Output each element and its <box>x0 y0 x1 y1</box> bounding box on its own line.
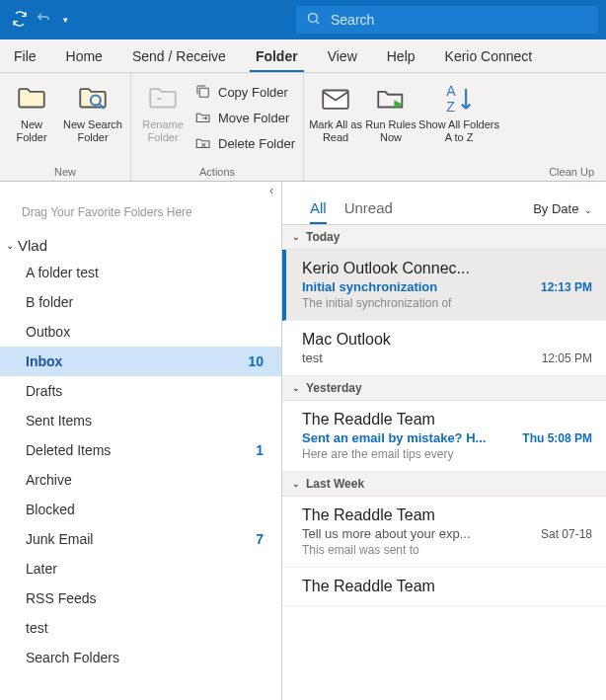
chevron-down-icon: ⌄ <box>292 383 300 393</box>
folder-label: Archive <box>26 472 72 488</box>
copy-folder-button[interactable]: Copy Folder <box>192 81 297 103</box>
message-subject: Tell us more about your exp... <box>302 526 471 541</box>
delete-folder-button[interactable]: Delete Folder <box>192 132 297 154</box>
message-from: The Readdle Team <box>302 506 435 524</box>
ribbon-group-actions: Rename Folder Copy Folder Move Folder De… <box>131 73 304 181</box>
folder-label: Drafts <box>26 383 62 399</box>
sort-az-icon: AZ <box>418 79 499 118</box>
folder-item[interactable]: Later <box>0 554 281 583</box>
folder-item[interactable]: Inbox10 <box>0 347 281 376</box>
sort-by-dropdown[interactable]: By Date ⌄ <box>533 201 592 224</box>
move-folder-icon <box>194 109 212 126</box>
rename-folder-label: Rename Folder <box>142 118 184 143</box>
message-time: 12:13 PM <box>541 280 592 294</box>
sync-icon[interactable] <box>12 11 28 30</box>
show-all-folders-az-button[interactable]: AZ Show All Folders A to Z <box>418 77 499 144</box>
ribbon-group-cleanup: Mark All as Read Run Rules Now AZ Show A… <box>304 73 606 181</box>
tab-file[interactable]: File <box>8 42 42 72</box>
folder-label: Search Folders <box>26 650 119 665</box>
group-today[interactable]: ⌄ Today <box>282 225 606 250</box>
message-preview: This email was sent to <box>302 543 559 557</box>
group-last-week[interactable]: ⌄ Last Week <box>282 472 606 497</box>
message-item[interactable]: Kerio Outlook Connec... Initial synchron… <box>282 250 606 321</box>
message-item[interactable]: Mac Outlook test12:05 PM <box>282 321 606 376</box>
tab-view[interactable]: View <box>322 42 363 72</box>
folder-item[interactable]: Junk Email7 <box>0 524 281 554</box>
group-yesterday[interactable]: ⌄ Yesterday <box>282 376 606 401</box>
mark-all-as-read-button[interactable]: Mark All as Read <box>308 77 363 144</box>
folder-item[interactable]: Sent Items <box>0 406 281 435</box>
folder-label: Junk Email <box>26 531 93 547</box>
folder-count: 10 <box>248 353 264 369</box>
search-input[interactable] <box>331 12 548 28</box>
tab-send-receive[interactable]: Send / Receive <box>126 42 232 72</box>
tab-help[interactable]: Help <box>381 42 421 72</box>
folder-item[interactable]: Archive <box>0 465 281 495</box>
message-from: The Readdle Team <box>302 411 435 428</box>
group-today-label: Today <box>306 230 340 244</box>
message-item[interactable]: The Readdle Team <box>282 568 606 606</box>
show-all-folders-az-label: Show All Folders A to Z <box>418 118 499 143</box>
folder-item[interactable]: Drafts <box>0 376 281 406</box>
tab-kerio[interactable]: Kerio Connect <box>439 42 539 72</box>
folder-list: A folder testB folderOutboxInbox10Drafts… <box>0 258 281 672</box>
copy-folder-label: Copy Folder <box>218 85 288 100</box>
folder-item[interactable]: Search Folders <box>0 643 281 672</box>
move-folder-button[interactable]: Move Folder <box>192 107 297 128</box>
tab-folder[interactable]: Folder <box>250 42 304 72</box>
filter-unread[interactable]: Unread <box>344 199 393 224</box>
run-rules-icon <box>363 79 418 118</box>
account-name: Vlad <box>18 237 47 254</box>
folder-item[interactable]: test <box>0 613 281 643</box>
qat-dropdown-icon[interactable]: ▾ <box>63 15 68 25</box>
group-last-week-label: Last Week <box>306 477 364 491</box>
svg-point-0 <box>309 14 318 23</box>
folder-label: Later <box>26 561 57 577</box>
new-folder-button[interactable]: New Folder <box>4 77 59 144</box>
delete-folder-icon <box>194 134 212 152</box>
message-item[interactable]: The Readdle Team Tell us more about your… <box>282 497 606 568</box>
filter-bar: All Unread By Date ⌄ <box>282 182 606 225</box>
mark-read-icon <box>308 79 363 118</box>
message-from: Mac Outlook <box>302 331 391 349</box>
folder-label: Inbox <box>26 353 62 369</box>
filter-all[interactable]: All <box>310 199 327 224</box>
folder-item[interactable]: Deleted Items1 <box>0 435 281 465</box>
folder-label: Deleted Items <box>26 442 111 458</box>
folder-label: Sent Items <box>26 413 92 428</box>
folder-item[interactable]: RSS Feeds <box>0 583 281 613</box>
folder-label: Blocked <box>26 502 75 517</box>
folder-item[interactable]: A folder test <box>0 258 281 287</box>
message-time: Thu 5:08 PM <box>522 431 592 445</box>
folder-count: 7 <box>256 531 264 547</box>
folder-pane: ‹ Drag Your Favorite Folders Here ⌄ Vlad… <box>0 182 282 700</box>
delete-folder-label: Delete Folder <box>218 136 295 151</box>
collapse-pane-icon[interactable]: ‹ <box>0 182 281 199</box>
favorites-hint: Drag Your Favorite Folders Here <box>0 199 281 233</box>
ribbon-group-actions-label: Actions <box>131 166 303 181</box>
tab-home[interactable]: Home <box>60 42 109 72</box>
ribbon: New Folder New Search Folder New Rename … <box>0 73 606 182</box>
search-box[interactable] <box>296 6 598 34</box>
folder-label: test <box>26 620 48 636</box>
undo-icon[interactable] <box>36 11 51 30</box>
move-folder-label: Move Folder <box>218 111 289 125</box>
folder-count: 1 <box>256 442 264 458</box>
folder-label: Outbox <box>26 324 70 340</box>
folder-item[interactable]: Outbox <box>0 317 281 347</box>
search-icon <box>296 11 331 29</box>
chevron-down-icon: ⌄ <box>584 205 592 215</box>
account-row[interactable]: ⌄ Vlad <box>0 233 281 258</box>
svg-text:A: A <box>446 83 456 99</box>
new-search-folder-button[interactable]: New Search Folder <box>59 77 126 144</box>
message-preview: Here are the email tips every <box>302 447 559 461</box>
run-rules-now-button[interactable]: Run Rules Now <box>363 77 418 144</box>
message-item[interactable]: The Readdle Team Sent an email by mistak… <box>282 401 606 472</box>
folder-item[interactable]: B folder <box>0 287 281 317</box>
folder-item[interactable]: Blocked <box>0 495 281 524</box>
message-time: 12:05 PM <box>542 351 592 365</box>
rename-folder-button: Rename Folder <box>135 77 190 144</box>
new-folder-label: New Folder <box>16 118 46 143</box>
search-folder-icon <box>59 79 126 118</box>
message-from: The Readdle Team <box>302 578 435 595</box>
